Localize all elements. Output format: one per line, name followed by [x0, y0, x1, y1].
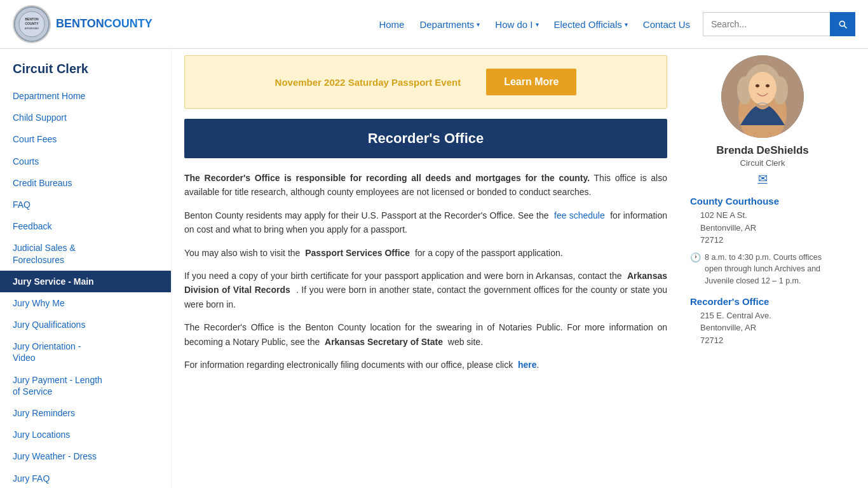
- para2-post: for a copy of the passport application.: [415, 248, 563, 258]
- passport-services-link[interactable]: Passport Services Office: [305, 248, 410, 258]
- sidebar-item-child-support[interactable]: Child Support: [0, 107, 171, 128]
- para4-post: web site.: [448, 337, 483, 347]
- learn-more-button[interactable]: Learn More: [486, 69, 576, 95]
- email-icon[interactable]: ✉: [690, 172, 835, 186]
- paragraph-passport: Benton County residents may apply for th…: [184, 208, 667, 237]
- sidebar-item-jury-locations[interactable]: Jury Locations: [0, 424, 171, 445]
- how-do-i-dropdown-arrow: ▾: [536, 21, 539, 28]
- right-panel: Brenda DeShields Circuit Clerk ✉ County …: [680, 49, 845, 488]
- sidebar-item-jury-reminders[interactable]: Jury Reminders: [0, 402, 171, 424]
- svg-text:ARKANSAS: ARKANSAS: [25, 27, 39, 30]
- sidebar-item-faq[interactable]: FAQ: [0, 194, 171, 215]
- departments-dropdown-arrow: ▾: [477, 21, 480, 28]
- para5-post: .: [537, 360, 539, 370]
- nav-elected-officials[interactable]: Elected Officials ▾: [554, 19, 628, 30]
- fee-schedule-link[interactable]: fee schedule: [554, 210, 605, 220]
- recorders-office-title: Recorder's Office: [690, 296, 835, 307]
- sidebar-item-court-fees[interactable]: Court Fees: [0, 128, 171, 150]
- courthouse-address: 102 NE A St.Bentonville, AR72712: [690, 209, 835, 247]
- banner-text: November 2022 Saturday Passport Event: [275, 77, 461, 88]
- paragraph-passport-services: You may also wish to visit the Passport …: [184, 246, 667, 260]
- county-courthouse-block: County Courthouse 102 NE A St.Bentonvill…: [690, 196, 835, 287]
- intro-bold: The Recorder's Office is responsible for…: [184, 173, 590, 183]
- svg-point-13: [766, 85, 770, 88]
- sidebar-item-feedback[interactable]: Feedback: [0, 215, 171, 237]
- sidebar-title: Circuit Clerk: [0, 55, 171, 85]
- para1-pre: Benton County residents may apply for th…: [184, 210, 549, 220]
- search-area: [703, 12, 855, 36]
- sidebar-item-jury-weather[interactable]: Jury Weather - Dress: [0, 445, 171, 467]
- recorders-office-block: Recorder's Office 215 E. Central Ave.Ben…: [690, 296, 835, 347]
- courthouse-hours-row: 🕐 8 a.m. to 4:30 p.m. Courts offices ope…: [690, 252, 835, 287]
- sidebar-item-jury-why-me[interactable]: Jury Why Me: [0, 292, 171, 314]
- svg-text:COUNTY: COUNTY: [25, 22, 39, 25]
- content-area: November 2022 Saturday Passport Event Le…: [172, 49, 680, 488]
- paragraph-birth-cert: If you need a copy of your birth certifi…: [184, 269, 667, 311]
- sidebar-item-courts[interactable]: Courts: [0, 151, 171, 172]
- official-photo: [721, 55, 804, 138]
- content-body: The Recorder's Office is responsible for…: [184, 171, 667, 372]
- logo-seal: BENTON COUNTY ARKANSAS: [13, 5, 51, 43]
- recorders-office-address: 215 E. Central Ave.Bentonville, AR72712: [690, 309, 835, 347]
- svg-point-12: [756, 85, 759, 88]
- logo-text: BENTONCOUNTY: [56, 18, 153, 30]
- intro-paragraph: The Recorder's Office is responsible for…: [184, 171, 667, 200]
- logo-link[interactable]: BENTON COUNTY ARKANSAS BENTONCOUNTY: [13, 5, 153, 43]
- para5-pre: For information regarding electronically…: [184, 360, 513, 370]
- main-layout: Circuit Clerk Department Home Child Supp…: [0, 49, 868, 488]
- svg-point-11: [749, 72, 776, 105]
- official-title: Circuit Clerk: [690, 158, 835, 168]
- paragraph-efiling: For information regarding electronically…: [184, 358, 667, 372]
- sidebar-item-jury-service-main[interactable]: Jury Service - Main: [0, 271, 171, 292]
- sidebar-item-judicial-sales[interactable]: Judicial Sales &Foreclosures: [0, 237, 171, 270]
- nav-how-do-i[interactable]: How do I ▾: [495, 19, 538, 30]
- nav-contact-us[interactable]: Contact Us: [643, 19, 690, 30]
- courthouse-title: County Courthouse: [690, 196, 835, 207]
- search-icon: [837, 19, 848, 29]
- clock-icon: 🕐: [690, 252, 701, 262]
- arkansas-sos-link[interactable]: Arkansas Secretary of State: [325, 337, 443, 347]
- courthouse-hours: 8 a.m. to 4:30 p.m. Courts offices open …: [705, 252, 835, 287]
- main-nav: Home Departments ▾ How do I ▾ Elected Of…: [379, 19, 690, 30]
- official-name: Brenda DeShields: [690, 144, 835, 157]
- sidebar-item-department-home[interactable]: Department Home: [0, 85, 171, 107]
- paragraph-notary: The Recorder's Office is the Benton Coun…: [184, 320, 667, 349]
- nav-departments[interactable]: Departments ▾: [419, 19, 480, 30]
- sidebar-item-jury-faq[interactable]: Jury FAQ: [0, 468, 171, 488]
- passport-event-banner: November 2022 Saturday Passport Event Le…: [184, 55, 667, 109]
- sidebar-item-jury-qualifications[interactable]: Jury Qualifications: [0, 314, 171, 336]
- para2-pre: You may also wish to visit the: [184, 248, 300, 258]
- site-header: BENTON COUNTY ARKANSAS BENTONCOUNTY Home…: [0, 0, 868, 49]
- sidebar-item-credit-bureaus[interactable]: Credit Bureaus: [0, 172, 171, 194]
- para3-pre: If you need a copy of your birth certifi…: [184, 271, 621, 281]
- page-title: Recorder's Office: [184, 119, 667, 158]
- search-button[interactable]: [830, 12, 855, 36]
- search-input[interactable]: [703, 12, 830, 36]
- elected-officials-dropdown-arrow: ▾: [625, 21, 628, 28]
- svg-text:BENTON: BENTON: [25, 17, 38, 21]
- here-link[interactable]: here: [518, 360, 537, 370]
- sidebar-item-jury-payment[interactable]: Jury Payment - Lengthof Service: [0, 369, 171, 402]
- sidebar-item-jury-orientation[interactable]: Jury Orientation -Video: [0, 336, 171, 369]
- nav-home[interactable]: Home: [379, 19, 404, 30]
- sidebar: Circuit Clerk Department Home Child Supp…: [0, 49, 172, 488]
